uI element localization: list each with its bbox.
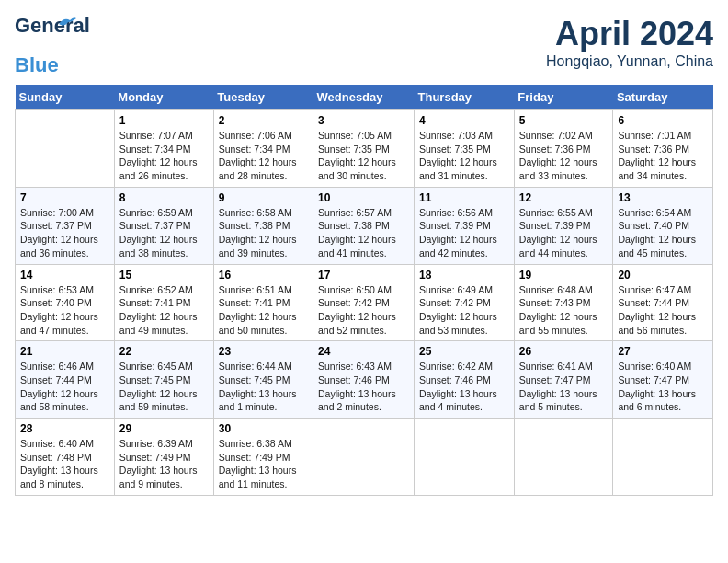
day-info: Sunrise: 6:56 AM Sunset: 7:39 PM Dayligh… bbox=[419, 206, 509, 260]
day-info: Sunrise: 6:40 AM Sunset: 7:48 PM Dayligh… bbox=[20, 437, 109, 491]
day-info: Sunrise: 6:55 AM Sunset: 7:39 PM Dayligh… bbox=[519, 206, 609, 260]
day-info: Sunrise: 6:46 AM Sunset: 7:44 PM Dayligh… bbox=[20, 360, 109, 414]
month-title: April 2024 bbox=[546, 15, 713, 53]
day-number: 11 bbox=[419, 191, 509, 204]
location: Hongqiao, Yunnan, China bbox=[546, 53, 713, 70]
calendar-cell: 30Sunrise: 6:38 AM Sunset: 7:49 PM Dayli… bbox=[213, 419, 313, 496]
calendar-cell bbox=[16, 110, 115, 188]
day-info: Sunrise: 6:44 AM Sunset: 7:45 PM Dayligh… bbox=[219, 360, 308, 414]
day-number: 6 bbox=[618, 114, 708, 127]
calendar-cell: 6Sunrise: 7:01 AM Sunset: 7:36 PM Daylig… bbox=[613, 110, 713, 188]
calendar-cell: 26Sunrise: 6:41 AM Sunset: 7:47 PM Dayli… bbox=[514, 341, 613, 419]
day-number: 28 bbox=[20, 422, 109, 435]
calendar-cell: 7Sunrise: 7:00 AM Sunset: 7:37 PM Daylig… bbox=[16, 187, 115, 264]
day-info: Sunrise: 7:03 AM Sunset: 7:35 PM Dayligh… bbox=[419, 129, 509, 183]
day-info: Sunrise: 6:54 AM Sunset: 7:40 PM Dayligh… bbox=[618, 206, 708, 260]
day-number: 17 bbox=[318, 269, 409, 282]
day-info: Sunrise: 6:47 AM Sunset: 7:44 PM Dayligh… bbox=[618, 283, 708, 338]
day-number: 10 bbox=[318, 191, 409, 204]
logo-blue: Blue bbox=[15, 53, 59, 76]
day-info: Sunrise: 7:02 AM Sunset: 7:36 PM Dayligh… bbox=[519, 129, 609, 183]
day-info: Sunrise: 6:58 AM Sunset: 7:38 PM Dayligh… bbox=[219, 206, 308, 260]
day-number: 23 bbox=[219, 345, 308, 358]
calendar-week-row: 21Sunrise: 6:46 AM Sunset: 7:44 PM Dayli… bbox=[16, 341, 713, 419]
calendar-cell: 24Sunrise: 6:43 AM Sunset: 7:46 PM Dayli… bbox=[313, 341, 415, 419]
day-info: Sunrise: 6:49 AM Sunset: 7:42 PM Dayligh… bbox=[419, 283, 509, 338]
calendar-cell: 29Sunrise: 6:39 AM Sunset: 7:49 PM Dayli… bbox=[114, 419, 213, 496]
day-number: 2 bbox=[219, 114, 308, 127]
calendar-cell: 4Sunrise: 7:03 AM Sunset: 7:35 PM Daylig… bbox=[415, 110, 515, 188]
day-number: 30 bbox=[219, 422, 308, 435]
day-number: 25 bbox=[419, 345, 509, 358]
day-info: Sunrise: 7:01 AM Sunset: 7:36 PM Dayligh… bbox=[618, 129, 708, 183]
calendar-cell bbox=[313, 419, 415, 496]
day-info: Sunrise: 6:57 AM Sunset: 7:38 PM Dayligh… bbox=[318, 206, 409, 260]
calendar-cell: 19Sunrise: 6:48 AM Sunset: 7:43 PM Dayli… bbox=[514, 264, 613, 341]
calendar-cell: 1Sunrise: 7:07 AM Sunset: 7:34 PM Daylig… bbox=[114, 110, 213, 188]
day-number: 26 bbox=[519, 345, 609, 358]
calendar-header-saturday: Saturday bbox=[613, 85, 713, 110]
calendar-cell: 11Sunrise: 6:56 AM Sunset: 7:39 PM Dayli… bbox=[415, 187, 515, 264]
calendar-cell: 18Sunrise: 6:49 AM Sunset: 7:42 PM Dayli… bbox=[415, 264, 515, 341]
calendar-cell: 16Sunrise: 6:51 AM Sunset: 7:41 PM Dayli… bbox=[213, 264, 313, 341]
calendar-cell: 10Sunrise: 6:57 AM Sunset: 7:38 PM Dayli… bbox=[313, 187, 415, 264]
day-number: 24 bbox=[318, 345, 409, 358]
calendar-header-sunday: Sunday bbox=[16, 85, 115, 110]
logo-bird-icon bbox=[57, 15, 77, 31]
day-number: 14 bbox=[20, 269, 109, 282]
day-number: 20 bbox=[618, 269, 708, 282]
calendar-cell: 8Sunrise: 6:59 AM Sunset: 7:37 PM Daylig… bbox=[114, 187, 213, 264]
calendar-week-row: 7Sunrise: 7:00 AM Sunset: 7:37 PM Daylig… bbox=[16, 187, 713, 264]
calendar-header-row: SundayMondayTuesdayWednesdayThursdayFrid… bbox=[16, 85, 713, 110]
day-number: 15 bbox=[119, 269, 209, 282]
calendar-cell: 20Sunrise: 6:47 AM Sunset: 7:44 PM Dayli… bbox=[613, 264, 713, 341]
day-info: Sunrise: 6:43 AM Sunset: 7:46 PM Dayligh… bbox=[318, 360, 409, 414]
calendar-cell: 21Sunrise: 6:46 AM Sunset: 7:44 PM Dayli… bbox=[16, 341, 115, 419]
day-number: 27 bbox=[618, 345, 708, 358]
calendar-cell: 12Sunrise: 6:55 AM Sunset: 7:39 PM Dayli… bbox=[514, 187, 613, 264]
day-number: 12 bbox=[519, 191, 609, 204]
calendar-cell: 3Sunrise: 7:05 AM Sunset: 7:35 PM Daylig… bbox=[313, 110, 415, 188]
calendar-week-row: 14Sunrise: 6:53 AM Sunset: 7:40 PM Dayli… bbox=[16, 264, 713, 341]
calendar-cell: 15Sunrise: 6:52 AM Sunset: 7:41 PM Dayli… bbox=[114, 264, 213, 341]
day-info: Sunrise: 7:05 AM Sunset: 7:35 PM Dayligh… bbox=[318, 129, 409, 183]
calendar-cell bbox=[613, 419, 713, 496]
calendar-cell: 22Sunrise: 6:45 AM Sunset: 7:45 PM Dayli… bbox=[114, 341, 213, 419]
day-number: 19 bbox=[519, 269, 609, 282]
day-number: 4 bbox=[419, 114, 509, 127]
day-info: Sunrise: 6:42 AM Sunset: 7:46 PM Dayligh… bbox=[419, 360, 509, 414]
day-info: Sunrise: 6:52 AM Sunset: 7:41 PM Dayligh… bbox=[119, 283, 209, 338]
calendar-header-monday: Monday bbox=[114, 85, 213, 110]
day-info: Sunrise: 6:53 AM Sunset: 7:40 PM Dayligh… bbox=[20, 283, 109, 338]
calendar-cell: 17Sunrise: 6:50 AM Sunset: 7:42 PM Dayli… bbox=[313, 264, 415, 341]
calendar-header-friday: Friday bbox=[514, 85, 613, 110]
calendar-week-row: 28Sunrise: 6:40 AM Sunset: 7:48 PM Dayli… bbox=[16, 419, 713, 496]
day-info: Sunrise: 6:39 AM Sunset: 7:49 PM Dayligh… bbox=[119, 437, 209, 491]
logo-general: General bbox=[15, 14, 90, 37]
calendar-header-thursday: Thursday bbox=[415, 85, 515, 110]
calendar-cell: 9Sunrise: 6:58 AM Sunset: 7:38 PM Daylig… bbox=[213, 187, 313, 264]
calendar-cell bbox=[514, 419, 613, 496]
day-number: 7 bbox=[20, 191, 109, 204]
calendar-cell: 27Sunrise: 6:40 AM Sunset: 7:47 PM Dayli… bbox=[613, 341, 713, 419]
day-number: 13 bbox=[618, 191, 708, 204]
calendar-header-tuesday: Tuesday bbox=[213, 85, 313, 110]
title-block: April 2024 Hongqiao, Yunnan, China bbox=[546, 15, 713, 70]
calendar-header-wednesday: Wednesday bbox=[313, 85, 415, 110]
day-number: 21 bbox=[20, 345, 109, 358]
calendar-cell: 13Sunrise: 6:54 AM Sunset: 7:40 PM Dayli… bbox=[613, 187, 713, 264]
day-number: 18 bbox=[419, 269, 509, 282]
calendar-cell: 14Sunrise: 6:53 AM Sunset: 7:40 PM Dayli… bbox=[16, 264, 115, 341]
calendar-cell: 5Sunrise: 7:02 AM Sunset: 7:36 PM Daylig… bbox=[514, 110, 613, 188]
calendar-week-row: 1Sunrise: 7:07 AM Sunset: 7:34 PM Daylig… bbox=[16, 110, 713, 188]
page-header: General Blue April 2024 Hongqiao, Yunnan… bbox=[15, 15, 713, 77]
day-info: Sunrise: 6:45 AM Sunset: 7:45 PM Dayligh… bbox=[119, 360, 209, 414]
calendar-cell: 2Sunrise: 7:06 AM Sunset: 7:34 PM Daylig… bbox=[213, 110, 313, 188]
calendar-cell: 23Sunrise: 6:44 AM Sunset: 7:45 PM Dayli… bbox=[213, 341, 313, 419]
logo: General Blue bbox=[15, 15, 61, 77]
day-info: Sunrise: 6:59 AM Sunset: 7:37 PM Dayligh… bbox=[119, 206, 209, 260]
day-number: 5 bbox=[519, 114, 609, 127]
day-info: Sunrise: 6:50 AM Sunset: 7:42 PM Dayligh… bbox=[318, 283, 409, 338]
day-info: Sunrise: 6:40 AM Sunset: 7:47 PM Dayligh… bbox=[618, 360, 708, 414]
day-number: 9 bbox=[219, 191, 308, 204]
